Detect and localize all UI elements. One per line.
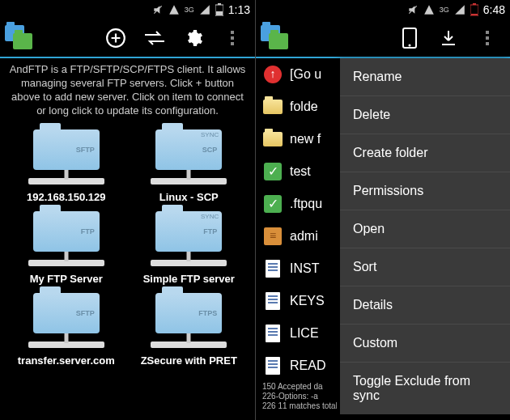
file-icon [266, 357, 280, 375]
file-name: INST [290, 261, 319, 276]
context-menu-item[interactable]: Toggle Exclude from sync [340, 363, 510, 414]
intro-text: AndFTP is a FTP/SFTP/SCP/FTPS client. It… [0, 58, 255, 126]
screen-servers: 3G 1:13 AndFTP is a FTP/SFTP/SCP/FTPS cl… [0, 0, 255, 420]
svg-point-10 [409, 45, 411, 47]
server-item[interactable]: SYNC SCP Linux - SCP [130, 126, 249, 203]
server-icon: FTPS [142, 290, 236, 353]
server-icon: SFTP [19, 290, 113, 353]
transfer-button[interactable] [135, 19, 174, 57]
mute-icon [152, 4, 164, 15]
network-label: 3G [440, 6, 449, 14]
file-name: new f [290, 132, 321, 146]
download-button[interactable] [429, 19, 468, 57]
file-icon [266, 292, 280, 310]
context-menu-item[interactable]: Rename [340, 58, 510, 96]
signal-icon [168, 4, 180, 15]
server-label: transfer.server.com [18, 354, 115, 367]
context-menu-item[interactable]: Open [340, 210, 510, 248]
server-item[interactable]: SYNC FTP Simple FTP server [130, 208, 249, 285]
folder-icon [263, 100, 283, 114]
context-menu-item[interactable]: Delete [340, 96, 510, 134]
protocol-label: SCP [202, 146, 218, 154]
file-name: LICE [290, 326, 319, 341]
file-name: READ [290, 358, 325, 373]
server-grid: SFTP 192.168.150.129 SYNC SCP Linux - SC… [0, 126, 255, 367]
protocol-label: SFTP [76, 146, 95, 154]
overflow-button[interactable] [213, 19, 252, 57]
check-icon [264, 195, 282, 213]
cell-signal-icon [199, 4, 210, 15]
mute-icon [407, 4, 419, 15]
file-icon [266, 325, 280, 342]
settings-button[interactable] [174, 19, 213, 57]
protocol-label: FTP [203, 227, 217, 235]
server-label: ZSecure with PRET [141, 354, 237, 367]
server-label: 192.168.150.129 [27, 191, 106, 203]
server-item[interactable]: SFTP transfer.server.com [6, 290, 126, 367]
battery-icon [470, 3, 478, 16]
protocol-label: SFTP [76, 309, 95, 317]
context-menu-item[interactable]: Create folder [340, 134, 510, 172]
svg-rect-2 [218, 3, 221, 5]
clock: 6:48 [483, 3, 505, 16]
svg-rect-3 [216, 11, 223, 15]
archive-icon [264, 227, 282, 245]
server-icon: SYNC SCP [142, 126, 236, 189]
server-icon: SFTP [19, 126, 113, 189]
status-bar: 3G 6:48 [256, 0, 510, 19]
server-icon: SYNC FTP [142, 208, 236, 271]
server-label: My FTP Server [30, 273, 103, 285]
context-menu-item[interactable]: Sort [340, 248, 510, 286]
context-menu-item[interactable]: Details [340, 286, 510, 325]
screen-files: 3G 6:48 [Go ufoldenew ftest.ftpquadmiINS… [255, 0, 510, 420]
context-menu-item[interactable]: Custom [340, 325, 510, 363]
signal-icon [423, 4, 435, 15]
protocol-label: FTPS [198, 309, 217, 317]
add-server-button[interactable] [96, 19, 135, 57]
svg-rect-7 [473, 3, 476, 5]
server-icon: FTP [19, 208, 113, 271]
file-icon [266, 260, 280, 278]
server-item[interactable]: FTP My FTP Server [6, 208, 126, 285]
sync-label: SYNC [201, 213, 219, 220]
file-name: test [290, 164, 311, 179]
action-bar [0, 19, 255, 58]
app-icon [259, 23, 288, 53]
file-name: folde [290, 100, 318, 114]
context-menu: RenameDeleteCreate folderPermissionsOpen… [340, 58, 510, 414]
device-button[interactable] [390, 19, 429, 57]
file-name: admi [290, 229, 318, 244]
action-bar [256, 19, 510, 58]
app-icon [3, 23, 32, 53]
battery-icon [215, 3, 223, 16]
overflow-button[interactable] [468, 19, 507, 57]
clock: 1:13 [228, 3, 250, 16]
cell-signal-icon [454, 4, 465, 15]
file-name: [Go u [290, 67, 321, 82]
folder-icon [263, 132, 283, 146]
file-name: KEYS [290, 294, 325, 308]
up-icon [264, 66, 282, 83]
sync-label: SYNC [201, 131, 219, 138]
server-item[interactable]: SFTP 192.168.150.129 [6, 126, 126, 203]
server-label: Simple FTP server [143, 273, 235, 285]
check-icon [264, 163, 282, 180]
status-bar: 3G 1:13 [0, 0, 255, 19]
server-item[interactable]: FTPS ZSecure with PRET [130, 290, 249, 367]
server-label: Linux - SCP [159, 191, 219, 203]
svg-rect-8 [471, 14, 478, 15]
file-name: .ftpqu [290, 197, 322, 211]
protocol-label: FTP [81, 227, 95, 235]
context-menu-item[interactable]: Permissions [340, 172, 510, 210]
network-label: 3G [185, 6, 194, 14]
